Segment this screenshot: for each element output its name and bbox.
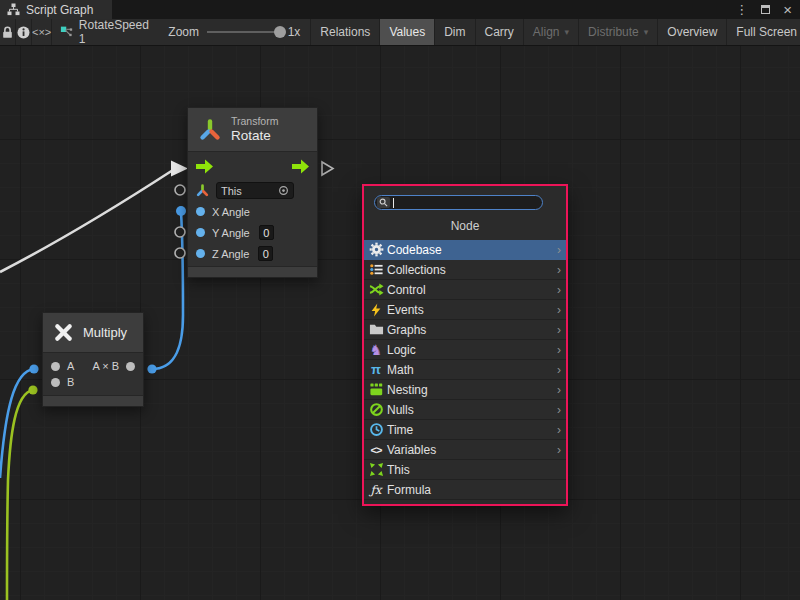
- transform-rotate-node[interactable]: Transform Rotate This X Angle: [187, 107, 318, 278]
- port-label: X Angle: [212, 206, 250, 218]
- z-angle-value-field[interactable]: 0: [258, 246, 273, 261]
- transform-axes-icon: [198, 118, 222, 142]
- flow-output-arrow-icon[interactable]: [291, 158, 310, 175]
- gear-icon: [368, 242, 384, 258]
- clock-icon: [368, 422, 384, 438]
- flow-ports-row: [188, 152, 317, 180]
- port-label: Z Angle: [212, 248, 249, 260]
- chevron-right-icon: ›: [557, 443, 561, 457]
- node-header[interactable]: Multiply: [43, 313, 143, 353]
- finder-item-collections[interactable]: Collections ›: [364, 260, 566, 280]
- carry-button[interactable]: Carry: [475, 19, 523, 45]
- zoom-label: Zoom: [168, 25, 199, 39]
- y-angle-port[interactable]: [196, 228, 205, 237]
- fullscreen-button[interactable]: Full Screen: [726, 19, 800, 45]
- chevron-right-icon: ›: [557, 383, 561, 397]
- align-button[interactable]: Align ▾: [523, 19, 578, 45]
- y-angle-value-field[interactable]: 0: [259, 225, 274, 240]
- angle-brackets-icon: <>: [368, 442, 384, 458]
- menu-icon[interactable]: ⋮: [735, 3, 748, 16]
- knight-icon: ♞: [368, 342, 384, 358]
- chevron-right-icon: ›: [557, 423, 561, 437]
- node-finder-popup: Node Codebase ›: [362, 184, 568, 506]
- this-port-row: This: [188, 180, 317, 201]
- finder-item-events[interactable]: Events ›: [364, 300, 566, 320]
- text-cursor: [393, 198, 394, 208]
- finder-item-logic[interactable]: ♞ Logic ›: [364, 340, 566, 360]
- zoom-control: Zoom 1x: [158, 19, 310, 45]
- node-footer: [188, 266, 317, 277]
- lock-button[interactable]: [0, 19, 16, 45]
- this-arrows-icon: [368, 462, 384, 478]
- multiply-node[interactable]: Multiply A A × B B: [42, 312, 144, 407]
- lightning-icon: [368, 302, 384, 318]
- z-angle-port[interactable]: [196, 249, 205, 258]
- a-port-row: A A × B: [43, 353, 143, 374]
- tab-script-graph[interactable]: Script Graph: [0, 0, 112, 19]
- output-port[interactable]: [126, 362, 135, 371]
- close-icon[interactable]: ×: [783, 2, 792, 17]
- transform-axes-icon: [196, 184, 209, 197]
- z-angle-port-row: Z Angle 0: [188, 243, 317, 264]
- finder-item-formula[interactable]: ƒx Formula: [364, 480, 566, 500]
- zoom-slider[interactable]: [207, 31, 280, 33]
- graph-breadcrumb[interactable]: RotateSpeed 1: [52, 19, 158, 45]
- values-button[interactable]: Values: [379, 19, 434, 45]
- overview-button[interactable]: Overview: [657, 19, 726, 45]
- fx-icon: ƒx: [368, 482, 384, 498]
- nested-graph-icon: [368, 382, 384, 398]
- search-magnifier-box: [377, 197, 390, 208]
- x-angle-port[interactable]: [196, 207, 205, 216]
- distribute-button[interactable]: Distribute ▾: [578, 19, 657, 45]
- graph-toolbar: <×> RotateSpeed 1 Zoom 1x Relations Valu…: [0, 19, 800, 46]
- lock-icon: [0, 25, 15, 40]
- branch-arrows-icon: [368, 282, 384, 298]
- graph-asset-icon: [60, 25, 73, 39]
- dim-button[interactable]: Dim: [434, 19, 474, 45]
- node-header[interactable]: Transform Rotate: [188, 108, 317, 152]
- this-object-field[interactable]: This: [216, 182, 294, 199]
- info-button[interactable]: [16, 19, 32, 45]
- info-icon: [16, 25, 31, 40]
- x-angle-port-row: X Angle: [188, 201, 317, 222]
- chevron-right-icon: ›: [557, 243, 561, 257]
- finder-item-codebase[interactable]: Codebase ›: [364, 240, 566, 260]
- finder-item-graphs[interactable]: Graphs ›: [364, 320, 566, 340]
- output-port-group: A × B: [92, 360, 135, 372]
- finder-item-control[interactable]: Control ›: [364, 280, 566, 300]
- port-label: A × B: [92, 360, 119, 372]
- finder-item-variables[interactable]: <> Variables ›: [364, 440, 566, 460]
- relations-button[interactable]: Relations: [310, 19, 379, 45]
- script-graph-icon: [7, 3, 20, 16]
- chevron-right-icon: ›: [557, 363, 561, 377]
- multiply-x-icon: [53, 322, 74, 343]
- code-icon: <×>: [32, 26, 51, 38]
- search-input[interactable]: [374, 195, 543, 210]
- folder-icon: [368, 322, 384, 338]
- graph-name: RotateSpeed 1: [79, 18, 151, 46]
- maximize-icon[interactable]: [761, 5, 770, 14]
- node-category: Transform: [231, 115, 278, 128]
- tab-bar: Script Graph ⋮ ×: [0, 0, 800, 19]
- pi-icon: π: [368, 362, 384, 378]
- finder-item-nulls[interactable]: Nulls ›: [364, 400, 566, 420]
- zoom-value: 1x: [288, 25, 301, 39]
- chevron-right-icon: ›: [557, 303, 561, 317]
- chevron-right-icon: ›: [557, 403, 561, 417]
- port-label: Y Angle: [212, 227, 250, 239]
- chevron-right-icon: ›: [557, 343, 561, 357]
- object-picker-icon[interactable]: [278, 185, 289, 196]
- input-b-port[interactable]: [51, 378, 60, 387]
- node-title: Rotate: [231, 128, 278, 144]
- finder-item-this[interactable]: This: [364, 460, 566, 480]
- finder-item-time[interactable]: Time ›: [364, 420, 566, 440]
- input-a-port[interactable]: [51, 362, 60, 371]
- finder-item-math[interactable]: π Math ›: [364, 360, 566, 380]
- zoom-slider-handle[interactable]: [274, 26, 286, 38]
- y-angle-port-row: Y Angle 0: [188, 222, 317, 243]
- code-view-button[interactable]: <×>: [32, 19, 52, 45]
- flow-input-arrow-icon[interactable]: [195, 158, 214, 175]
- finder-item-nesting[interactable]: Nesting ›: [364, 380, 566, 400]
- node-title: Multiply: [83, 325, 127, 340]
- window-controls: ⋮ ×: [735, 0, 800, 19]
